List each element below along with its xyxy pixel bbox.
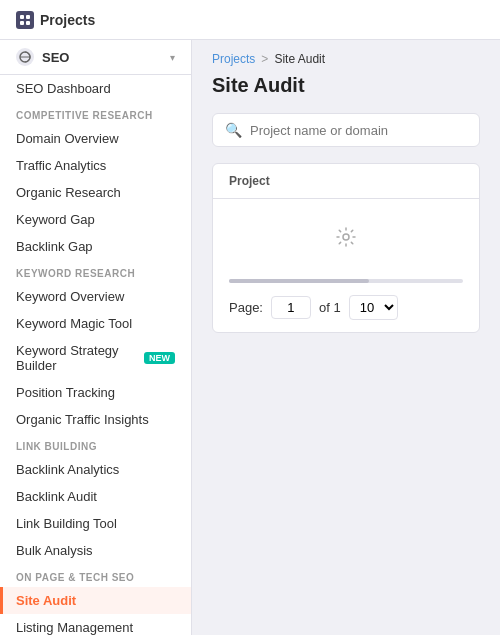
page-title-area: Site Audit — [192, 70, 500, 113]
keyword-gap-label: Keyword Gap — [16, 212, 95, 227]
svg-rect-1 — [26, 15, 30, 19]
sidebar-item-keyword-strategy-builder[interactable]: Keyword Strategy Builder NEW — [0, 337, 191, 379]
table-scrollbar[interactable] — [229, 279, 463, 283]
breadcrumb-separator: > — [261, 52, 268, 66]
seo-dashboard-label: SEO Dashboard — [16, 81, 111, 96]
seo-icon — [16, 48, 34, 66]
page-label: Page: — [229, 300, 263, 315]
svg-point-6 — [343, 234, 349, 240]
keyword-magic-tool-label: Keyword Magic Tool — [16, 316, 132, 331]
breadcrumb-projects[interactable]: Projects — [212, 52, 255, 66]
sidebar-item-keyword-magic-tool[interactable]: Keyword Magic Tool — [0, 310, 191, 337]
sidebar-item-domain-overview[interactable]: Domain Overview — [0, 125, 191, 152]
page-title: Site Audit — [212, 74, 480, 97]
bulk-analysis-label: Bulk Analysis — [16, 543, 93, 558]
settings-icon — [319, 210, 373, 269]
main-content: Projects > Site Audit Site Audit 🔍 Proje… — [192, 40, 500, 635]
sidebar-item-bulk-analysis[interactable]: Bulk Analysis — [0, 537, 191, 564]
seo-section-toggle[interactable]: SEO ▾ — [0, 40, 191, 75]
sidebar-item-link-building-tool[interactable]: Link Building Tool — [0, 510, 191, 537]
sidebar-item-backlink-audit[interactable]: Backlink Audit — [0, 483, 191, 510]
table-scrollbar-thumb — [229, 279, 369, 283]
organic-traffic-insights-label: Organic Traffic Insights — [16, 412, 149, 427]
backlink-analytics-label: Backlink Analytics — [16, 462, 119, 477]
main-layout: SEO ▾ SEO Dashboard COMPETITIVE RESEARCH… — [0, 40, 500, 635]
page-number-input[interactable] — [271, 296, 311, 319]
search-icon: 🔍 — [225, 122, 242, 138]
sidebar-item-keyword-overview[interactable]: Keyword Overview — [0, 283, 191, 310]
sidebar-item-backlink-gap[interactable]: Backlink Gap — [0, 233, 191, 260]
projects-icon — [16, 11, 34, 29]
projects-table: Project Page: of 1 10 — [212, 163, 480, 333]
search-box[interactable]: 🔍 — [212, 113, 480, 147]
sidebar: SEO ▾ SEO Dashboard COMPETITIVE RESEARCH… — [0, 40, 192, 635]
seo-label: SEO — [42, 50, 69, 65]
competitive-research-header: COMPETITIVE RESEARCH — [0, 102, 191, 125]
svg-rect-0 — [20, 15, 24, 19]
table-header-project: Project — [213, 164, 479, 199]
link-building-header: LINK BUILDING — [0, 433, 191, 456]
sidebar-item-backlink-analytics[interactable]: Backlink Analytics — [0, 456, 191, 483]
position-tracking-label: Position Tracking — [16, 385, 115, 400]
top-bar: Projects — [0, 0, 500, 40]
listing-management-label: Listing Management — [16, 620, 133, 635]
sidebar-item-position-tracking[interactable]: Position Tracking — [0, 379, 191, 406]
top-bar-projects-section: Projects — [16, 11, 95, 29]
chevron-down-icon: ▾ — [170, 52, 175, 63]
table-body — [213, 199, 479, 279]
sidebar-item-traffic-analytics[interactable]: Traffic Analytics — [0, 152, 191, 179]
sidebar-item-organic-research[interactable]: Organic Research — [0, 179, 191, 206]
keyword-strategy-builder-label: Keyword Strategy Builder — [16, 343, 136, 373]
sidebar-item-keyword-gap[interactable]: Keyword Gap — [0, 206, 191, 233]
on-page-header: ON PAGE & TECH SEO — [0, 564, 191, 587]
of-total-pages: of 1 — [319, 300, 341, 315]
sidebar-item-seo-dashboard[interactable]: SEO Dashboard — [0, 75, 191, 102]
traffic-analytics-label: Traffic Analytics — [16, 158, 106, 173]
pagination-bar: Page: of 1 10 20 50 — [213, 283, 479, 332]
keyword-research-header: KEYWORD RESEARCH — [0, 260, 191, 283]
domain-overview-label: Domain Overview — [16, 131, 119, 146]
sidebar-item-site-audit[interactable]: Site Audit — [0, 587, 191, 614]
svg-rect-2 — [20, 21, 24, 25]
new-badge: NEW — [144, 352, 175, 364]
breadcrumb: Projects > Site Audit — [192, 40, 500, 70]
backlink-audit-label: Backlink Audit — [16, 489, 97, 504]
breadcrumb-current: Site Audit — [274, 52, 325, 66]
search-input[interactable] — [250, 123, 467, 138]
backlink-gap-label: Backlink Gap — [16, 239, 93, 254]
organic-research-label: Organic Research — [16, 185, 121, 200]
link-building-tool-label: Link Building Tool — [16, 516, 117, 531]
projects-label: Projects — [40, 12, 95, 28]
svg-rect-3 — [26, 21, 30, 25]
site-audit-label: Site Audit — [16, 593, 76, 608]
per-page-select[interactable]: 10 20 50 — [349, 295, 398, 320]
sidebar-item-organic-traffic-insights[interactable]: Organic Traffic Insights — [0, 406, 191, 433]
sidebar-item-listing-management[interactable]: Listing Management — [0, 614, 191, 635]
keyword-overview-label: Keyword Overview — [16, 289, 124, 304]
